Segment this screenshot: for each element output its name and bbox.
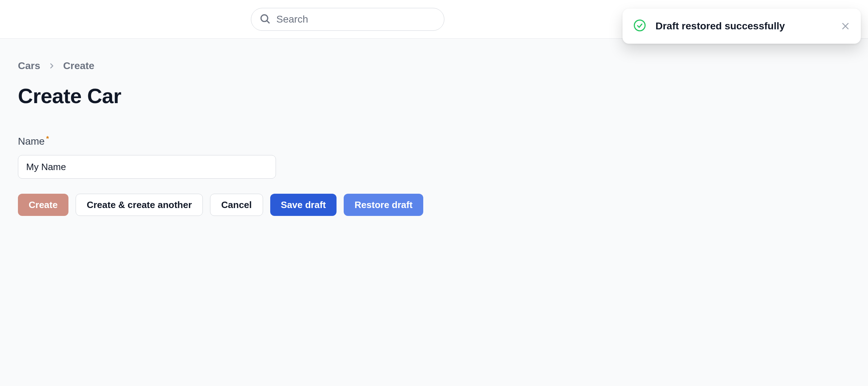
- page-title: Create Car: [18, 84, 850, 108]
- field-name: Name*: [18, 136, 850, 179]
- restore-draft-button[interactable]: Restore draft: [344, 194, 423, 216]
- svg-point-2: [634, 20, 645, 31]
- save-draft-button[interactable]: Save draft: [270, 194, 337, 216]
- search-field[interactable]: [251, 8, 444, 31]
- breadcrumb: Cars Create: [18, 60, 850, 72]
- toast-message: Draft restored successfully: [655, 20, 841, 32]
- search-input[interactable]: [276, 14, 444, 25]
- success-check-icon: [633, 19, 646, 33]
- action-button-row: Create Create & create another Cancel Sa…: [18, 194, 850, 216]
- toast-notification: Draft restored successfully: [623, 9, 861, 44]
- toast-close-button[interactable]: [841, 21, 850, 31]
- cancel-button[interactable]: Cancel: [210, 194, 263, 216]
- chevron-right-icon: [48, 62, 55, 69]
- breadcrumb-item-cars[interactable]: Cars: [18, 60, 40, 72]
- breadcrumb-item-create[interactable]: Create: [63, 60, 94, 72]
- svg-line-1: [267, 20, 269, 23]
- name-input[interactable]: [18, 155, 276, 179]
- search-icon: [259, 13, 271, 26]
- create-and-another-button[interactable]: Create & create another: [76, 194, 203, 216]
- name-label: Name*: [18, 136, 48, 147]
- name-label-text: Name: [18, 136, 45, 147]
- required-asterisk-icon: *: [46, 135, 49, 143]
- main-content: Cars Create Create Car Name* Create Crea…: [0, 39, 868, 386]
- create-button[interactable]: Create: [18, 194, 68, 216]
